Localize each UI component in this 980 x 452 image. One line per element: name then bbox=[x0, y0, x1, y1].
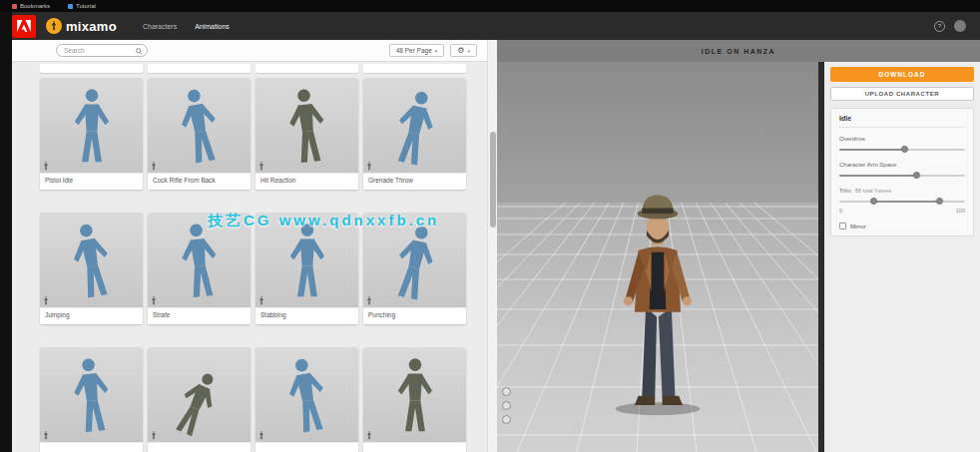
animation-type-icon bbox=[366, 162, 372, 171]
animation-card[interactable] bbox=[363, 347, 466, 452]
per-page-dropdown[interactable]: 48 Per Page ▾ bbox=[389, 44, 445, 57]
mixamo-logo[interactable]: mixamo bbox=[46, 18, 117, 34]
animation-type-icon bbox=[258, 431, 264, 440]
mixamo-logo-icon bbox=[46, 18, 62, 34]
mirror-checkbox[interactable] bbox=[839, 223, 846, 229]
animation-thumbnail bbox=[255, 347, 358, 442]
grid-scrollbar[interactable] bbox=[487, 40, 497, 452]
animation-card[interactable]: Pistol Idle bbox=[40, 78, 143, 190]
animation-name bbox=[148, 442, 250, 452]
animations-grid: Pistol Idle Cock Rifle From Back Hit Rea… bbox=[12, 62, 487, 452]
slider-fill bbox=[839, 175, 917, 177]
animation-type-icon bbox=[43, 296, 49, 305]
overdrive-slider-handle[interactable] bbox=[901, 146, 908, 153]
animation-type-icon bbox=[366, 431, 372, 440]
arm-space-slider-handle[interactable] bbox=[913, 172, 920, 179]
animation-name bbox=[363, 442, 466, 452]
animation-type-icon bbox=[366, 296, 372, 305]
animation-controls-card: Idle Overdrive Character Arm Space bbox=[830, 108, 974, 236]
animation-card[interactable] bbox=[255, 347, 358, 452]
previous-row-card-stub bbox=[363, 64, 466, 73]
3d-viewport[interactable] bbox=[497, 62, 818, 452]
bookmark-item[interactable]: Bookmarks bbox=[12, 3, 50, 9]
bookmark-favicon bbox=[68, 4, 73, 9]
bookmark-label: Bookmarks bbox=[20, 3, 50, 9]
help-icon[interactable]: ? bbox=[934, 21, 945, 32]
animation-type-icon bbox=[258, 162, 264, 171]
trim-max-value: 100 bbox=[956, 208, 965, 214]
arm-space-control: Character Arm Space bbox=[839, 162, 965, 180]
animation-thumbnail bbox=[363, 347, 466, 442]
chevron-down-icon: ▾ bbox=[467, 48, 470, 54]
gear-icon: ⚙ bbox=[457, 47, 464, 55]
user-avatar[interactable] bbox=[954, 20, 966, 32]
animation-name bbox=[40, 442, 143, 452]
animation-type-icon bbox=[258, 296, 264, 305]
viewport-controls bbox=[502, 387, 511, 424]
per-page-value: 48 Per Page bbox=[396, 47, 432, 54]
trim-start-handle[interactable] bbox=[870, 198, 877, 205]
nav-animations[interactable]: Animations bbox=[195, 23, 230, 30]
browser-bookmarks-bar: Bookmarks Tutorial bbox=[0, 0, 980, 12]
scrollbar-thumb[interactable] bbox=[490, 132, 496, 227]
overdrive-control: Overdrive bbox=[839, 136, 965, 154]
animation-type-icon bbox=[151, 431, 157, 440]
animation-name: Hit Reaction bbox=[255, 173, 358, 190]
animation-card[interactable]: Hit Reaction bbox=[255, 78, 358, 190]
left-edge-strip bbox=[0, 12, 12, 452]
arm-space-label: Character Arm Space bbox=[839, 162, 965, 168]
animation-name: Jumping bbox=[40, 307, 143, 324]
animation-card[interactable]: Cock Rifle From Back bbox=[148, 78, 250, 190]
animation-card[interactable]: Jumping bbox=[40, 213, 143, 324]
search-box bbox=[56, 44, 148, 57]
viewport-control-button[interactable] bbox=[502, 415, 511, 424]
mirror-label: Mirror bbox=[850, 224, 866, 229]
viewport-control-button[interactable] bbox=[502, 401, 511, 410]
animation-type-icon bbox=[151, 296, 157, 305]
animation-card[interactable]: Grenade Throw bbox=[363, 78, 466, 190]
trim-label: Trim bbox=[839, 188, 851, 194]
viewport-title: IDLE ON HANZA bbox=[497, 40, 980, 62]
bookmark-label: Tutorial bbox=[76, 3, 96, 9]
trim-end-handle[interactable] bbox=[936, 198, 943, 205]
viewport-control-button[interactable] bbox=[502, 387, 511, 396]
slider-fill bbox=[874, 201, 940, 203]
main-nav: Characters Animations bbox=[143, 23, 230, 30]
animation-card[interactable] bbox=[148, 347, 250, 452]
trim-frames-label: 88 total frames bbox=[855, 188, 891, 194]
animation-thumbnail bbox=[40, 213, 143, 307]
app-header: mixamo Characters Animations ? bbox=[0, 12, 980, 40]
character-model bbox=[598, 173, 718, 424]
nav-characters[interactable]: Characters bbox=[143, 23, 177, 30]
slider-fill bbox=[839, 149, 905, 151]
upload-character-button[interactable]: UPLOAD CHARACTER bbox=[830, 87, 974, 101]
mirror-toggle[interactable]: Mirror bbox=[839, 223, 965, 229]
animation-type-icon bbox=[43, 162, 49, 171]
settings-dropdown[interactable]: ⚙ ▾ bbox=[450, 44, 477, 57]
mixamo-app-window: Bookmarks Tutorial mixamo Characters Ani… bbox=[0, 0, 980, 452]
arm-space-slider[interactable] bbox=[839, 171, 965, 180]
search-input[interactable] bbox=[57, 47, 166, 54]
animation-name: Strafe bbox=[148, 307, 250, 324]
previous-row-card-stub bbox=[148, 64, 250, 73]
trim-min-value: 0 bbox=[839, 208, 842, 214]
animation-thumbnail bbox=[148, 347, 250, 442]
bookmark-favicon bbox=[12, 4, 17, 9]
animation-card[interactable] bbox=[40, 347, 143, 452]
animation-name: Punching bbox=[363, 307, 466, 324]
download-button[interactable]: DOWNLOAD bbox=[830, 67, 974, 82]
chevron-down-icon: ▾ bbox=[435, 48, 438, 54]
overdrive-slider[interactable] bbox=[839, 145, 965, 154]
animation-name: Grenade Throw bbox=[363, 173, 466, 190]
previous-row-card-stub bbox=[255, 64, 358, 73]
animation-cards: Pistol Idle Cock Rifle From Back Hit Rea… bbox=[40, 78, 466, 452]
adobe-logo[interactable] bbox=[12, 15, 36, 38]
animation-thumbnail bbox=[40, 78, 143, 173]
header-right: ? bbox=[934, 20, 966, 32]
animation-name: Pistol Idle bbox=[40, 173, 143, 190]
trim-range-slider[interactable] bbox=[839, 197, 965, 206]
overdrive-label: Overdrive bbox=[839, 136, 965, 142]
animation-settings-panel: DOWNLOAD UPLOAD CHARACTER Idle Overdrive… bbox=[824, 62, 980, 452]
animation-type-icon bbox=[43, 431, 49, 440]
bookmark-item[interactable]: Tutorial bbox=[68, 3, 96, 9]
